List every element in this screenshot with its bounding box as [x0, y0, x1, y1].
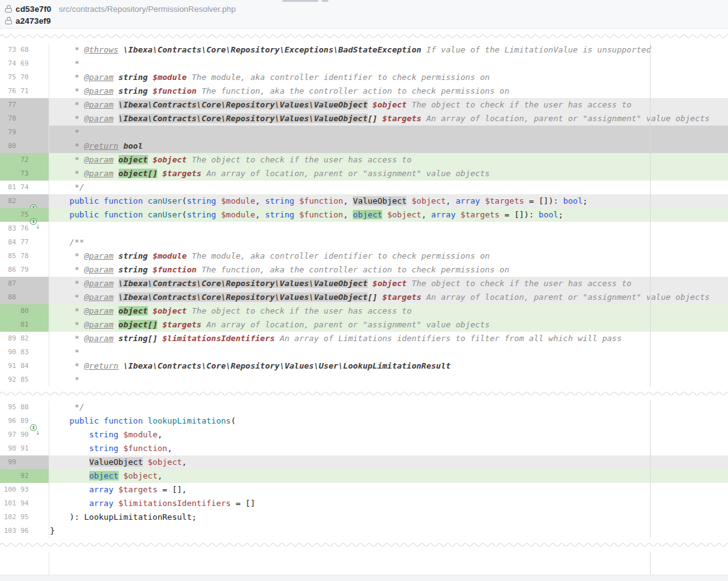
line-gutter: 7368: [0, 43, 49, 57]
line-gutter: 78: [0, 112, 49, 126]
code-text: public function canUser(string $module, …: [49, 208, 728, 222]
old-line-number[interactable]: 87: [0, 277, 16, 290]
old-line-number[interactable]: 81: [0, 181, 16, 194]
old-line-number[interactable]: 77: [0, 98, 16, 112]
code-text: *: [49, 345, 728, 359]
old-line-number[interactable]: 92: [0, 373, 16, 387]
commit-hash-old[interactable]: cd53e7f0: [16, 4, 51, 14]
diff-line: 78 * @param \Ibexa\Contracts\Core\Reposi…: [0, 112, 728, 126]
old-line-number[interactable]: 97: [0, 428, 16, 442]
diff-line: 10295 ): LookupLimitationResult;: [0, 510, 728, 524]
new-line-number[interactable]: 94: [16, 497, 29, 510]
new-line-number[interactable]: 89: [16, 414, 29, 428]
code-text: * @param string $module The module, aka …: [49, 249, 728, 263]
diff-line: 87 * @param \Ibexa\Contracts\Core\Reposi…: [0, 277, 728, 290]
new-line-number[interactable]: 95: [16, 510, 29, 524]
new-line-number[interactable]: 73: [16, 167, 29, 181]
collapsed-region-expander[interactable]: [0, 538, 728, 552]
new-line-number[interactable]: 70: [16, 71, 29, 84]
code-text: *: [49, 57, 728, 71]
old-line-number[interactable]: 100: [0, 483, 16, 497]
old-line-number[interactable]: 78: [0, 112, 16, 126]
diff-line: 72 * @param object $object The object to…: [0, 153, 728, 167]
old-line-number[interactable]: 75: [0, 71, 16, 84]
new-line-number[interactable]: 78: [16, 249, 29, 263]
new-line-number[interactable]: 76: [16, 222, 29, 236]
new-line-number[interactable]: 83: [16, 345, 29, 359]
collapsed-region-expander[interactable]: [0, 29, 728, 43]
new-line-number[interactable]: 93: [16, 483, 29, 497]
new-line-number[interactable]: 82: [16, 332, 29, 345]
line-gutter: 92: [0, 469, 49, 483]
collapsed-region-expander[interactable]: [0, 387, 728, 400]
new-line-number[interactable]: 68: [16, 43, 29, 57]
code-text: string $module,: [49, 428, 728, 442]
old-line-number[interactable]: 79: [0, 126, 16, 139]
old-line-number[interactable]: 84: [0, 236, 16, 249]
old-line-number[interactable]: 98: [0, 442, 16, 455]
code-text: * @param \Ibexa\Contracts\Core\Repositor…: [49, 112, 728, 126]
line-gutter: 75I↓: [0, 208, 49, 222]
new-line-number[interactable]: 88: [16, 400, 29, 414]
new-line-number[interactable]: 84: [16, 359, 29, 373]
diff-line: 9891 string $function,: [0, 442, 728, 455]
old-line-number[interactable]: 80: [0, 139, 16, 153]
old-line-number[interactable]: 101: [0, 497, 16, 510]
old-line-number[interactable]: 96: [0, 414, 16, 428]
old-line-number[interactable]: 90: [0, 345, 16, 359]
new-line-number[interactable]: 81: [16, 318, 29, 332]
old-line-number[interactable]: 103: [0, 524, 16, 538]
new-line-number[interactable]: 75: [16, 208, 29, 222]
code-text: * @param object[] $targets An array of l…: [49, 167, 728, 181]
line-gutter: 9588: [0, 400, 49, 414]
diff-line: 88 * @param \Ibexa\Contracts\Core\Reposi…: [0, 290, 728, 304]
code-text: */: [49, 400, 728, 414]
line-gutter: 8578: [0, 249, 49, 263]
line-gutter: 80: [0, 304, 49, 318]
code-text: */: [49, 181, 728, 194]
old-line-number[interactable]: 82: [0, 194, 16, 208]
old-line-number[interactable]: 74: [0, 57, 16, 71]
lock-icon: [5, 5, 12, 13]
line-gutter: 99: [0, 455, 49, 469]
commit-hash-new[interactable]: a2473ef9: [16, 16, 51, 26]
code-text: * @param string $function The function, …: [49, 263, 728, 277]
old-line-number[interactable]: 86: [0, 263, 16, 277]
new-line-number[interactable]: 92: [16, 469, 29, 483]
old-line-number[interactable]: 95: [0, 400, 16, 414]
diff-header: cd53e7f0 src/contracts/Repository/Permis…: [0, 0, 728, 29]
line-gutter: 10396: [0, 524, 49, 538]
diff-line: 80 * @param object $object The object to…: [0, 304, 728, 318]
diff-line: 7368 * @throws \Ibexa\Contracts\Core\Rep…: [0, 43, 728, 57]
code-text: * @param \Ibexa\Contracts\Core\Repositor…: [49, 98, 728, 112]
old-line-number[interactable]: 99: [0, 455, 16, 469]
new-line-number[interactable]: 77: [16, 236, 29, 249]
new-line-number[interactable]: 69: [16, 57, 29, 71]
old-line-number[interactable]: 73: [0, 43, 16, 57]
panel-footer: [0, 575, 728, 581]
old-line-number[interactable]: 91: [0, 359, 16, 373]
line-gutter: 9184: [0, 359, 49, 373]
line-gutter: 8376: [0, 222, 49, 236]
new-line-number[interactable]: 71: [16, 84, 29, 98]
new-line-number[interactable]: 74: [16, 181, 29, 194]
new-line-number[interactable]: 80: [16, 304, 29, 318]
old-line-number[interactable]: 76: [0, 84, 16, 98]
new-line-number[interactable]: 79: [16, 263, 29, 277]
new-line-number[interactable]: 90: [16, 428, 29, 442]
code-text: ValueObject $object,: [49, 455, 728, 469]
old-line-number[interactable]: 102: [0, 510, 16, 524]
diff-line: 7469 *: [0, 57, 728, 71]
code-text: object $object,: [49, 469, 728, 483]
new-line-number[interactable]: 91: [16, 442, 29, 455]
old-line-number[interactable]: 83: [0, 222, 16, 236]
new-line-number[interactable]: 85: [16, 373, 29, 387]
code-text: * @return bool: [49, 139, 728, 153]
old-line-number[interactable]: 88: [0, 290, 16, 304]
new-line-number[interactable]: 72: [16, 153, 29, 167]
line-gutter: 73: [0, 167, 49, 181]
old-line-number[interactable]: 89: [0, 332, 16, 345]
code-text: ): LookupLimitationResult;: [49, 510, 728, 524]
new-line-number[interactable]: 96: [16, 524, 29, 538]
old-line-number[interactable]: 85: [0, 249, 16, 263]
